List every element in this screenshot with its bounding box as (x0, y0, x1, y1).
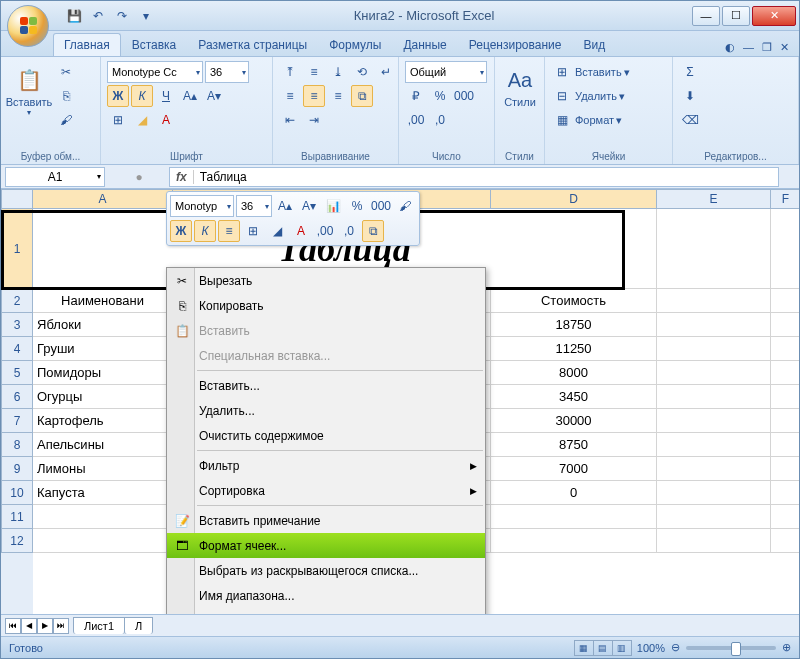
col-header-F[interactable]: F (771, 189, 799, 209)
copy-icon[interactable]: ⎘ (55, 85, 77, 107)
maximize-button[interactable]: ☐ (722, 6, 750, 26)
sheet-tab[interactable]: Лист1 (73, 617, 125, 634)
formula-input[interactable]: fx Таблица (169, 167, 779, 187)
data-cell[interactable] (657, 361, 771, 385)
col-header-E[interactable]: E (657, 189, 771, 209)
close-button[interactable]: ✕ (752, 6, 796, 26)
align-middle-icon[interactable]: ≡ (303, 61, 325, 83)
data-cell[interactable] (771, 481, 799, 505)
mini-font-name[interactable]: Monotyp (170, 195, 234, 217)
ctx-фильтр[interactable]: Фильтр▶ (167, 453, 485, 478)
format-painter-icon[interactable]: 🖌 (55, 109, 77, 131)
data-cell[interactable] (657, 313, 771, 337)
cut-icon[interactable]: ✂ (55, 61, 77, 83)
undo-icon[interactable]: ↶ (87, 5, 109, 27)
mdi-close-icon[interactable]: ✕ (778, 39, 791, 56)
clear-icon[interactable]: ⌫ (679, 109, 701, 131)
tab-данные[interactable]: Данные (392, 33, 457, 56)
align-center-icon[interactable]: ≡ (303, 85, 325, 107)
worksheet-grid[interactable]: ACDEF 123456789101112 ТаблицаНаименовани… (1, 189, 799, 614)
header-cell[interactable]: Стоимость (491, 289, 657, 313)
zoom-out-icon[interactable]: ⊖ (671, 641, 680, 654)
data-cell[interactable] (657, 385, 771, 409)
delete-cells-icon[interactable]: ⊟ (551, 85, 573, 107)
mini-comma-icon[interactable]: 000 (370, 195, 392, 217)
qat-dropdown-icon[interactable]: ▾ (135, 5, 157, 27)
data-cell[interactable] (771, 385, 799, 409)
data-cell[interactable]: Груши (33, 337, 173, 361)
fill-icon[interactable]: ⬇ (679, 85, 701, 107)
cell[interactable] (657, 529, 771, 553)
align-right-icon[interactable]: ≡ (327, 85, 349, 107)
zoom-level[interactable]: 100% (637, 642, 665, 654)
sheet-nav-next-icon[interactable]: ▶ (37, 618, 53, 634)
data-cell[interactable]: 8750 (491, 433, 657, 457)
data-cell[interactable]: Яблоки (33, 313, 173, 337)
ctx-вставитьпримечание[interactable]: 📝Вставить примечание (167, 508, 485, 533)
font-color-icon[interactable]: A (155, 109, 177, 131)
decrease-decimal-icon[interactable]: ,0 (429, 109, 451, 131)
data-cell[interactable]: Огурцы (33, 385, 173, 409)
insert-cells-icon[interactable]: ⊞ (551, 61, 573, 83)
format-cells-icon[interactable]: ▦ (551, 109, 573, 131)
mdi-restore-icon[interactable]: ❐ (760, 39, 774, 56)
align-bottom-icon[interactable]: ⤓ (327, 61, 349, 83)
zoom-in-icon[interactable]: ⊕ (782, 641, 791, 654)
mini-font-size[interactable]: 36 (236, 195, 272, 217)
data-cell[interactable]: Помидоры (33, 361, 173, 385)
tab-вид[interactable]: Вид (572, 33, 616, 56)
name-box[interactable]: A1 (5, 167, 105, 187)
row-header-4[interactable]: 4 (1, 337, 33, 361)
sheet-nav-last-icon[interactable]: ⏭ (53, 618, 69, 634)
mini-italic[interactable]: К (194, 220, 216, 242)
font-name-dropdown[interactable]: Monotype Cc (107, 61, 203, 83)
header-cell[interactable]: Наименовани (33, 289, 173, 313)
data-cell[interactable]: Лимоны (33, 457, 173, 481)
data-cell[interactable]: Капуста (33, 481, 173, 505)
help-icon[interactable]: ◐ (723, 39, 737, 56)
col-header-A[interactable]: A (33, 189, 173, 209)
mini-fontcolor-icon[interactable]: A (290, 220, 312, 242)
select-all-corner[interactable] (1, 189, 33, 209)
data-cell[interactable] (657, 409, 771, 433)
mini-dec-dec-icon[interactable]: ,0 (338, 220, 360, 242)
zoom-slider[interactable] (686, 646, 776, 650)
ctx-сортировка[interactable]: Сортировка▶ (167, 478, 485, 503)
align-left-icon[interactable]: ≡ (279, 85, 301, 107)
autosum-icon[interactable]: Σ (679, 61, 701, 83)
increase-decimal-icon[interactable]: ,00 (405, 109, 427, 131)
row-header-9[interactable]: 9 (1, 457, 33, 481)
data-cell[interactable]: 11250 (491, 337, 657, 361)
fill-color-icon[interactable]: ◢ (131, 109, 153, 131)
data-cell[interactable] (657, 457, 771, 481)
data-cell[interactable] (657, 433, 771, 457)
data-cell[interactable]: 30000 (491, 409, 657, 433)
currency-icon[interactable]: ₽ (405, 85, 427, 107)
save-icon[interactable]: 💾 (63, 5, 85, 27)
row-header-2[interactable]: 2 (1, 289, 33, 313)
data-cell[interactable] (657, 481, 771, 505)
cell[interactable] (771, 505, 799, 529)
header-cell[interactable] (657, 289, 771, 313)
borders-icon[interactable]: ⊞ (107, 109, 129, 131)
office-button[interactable] (7, 5, 49, 47)
ctx-очиститьсодержимое[interactable]: Очистить содержимое (167, 423, 485, 448)
italic-button[interactable]: К (131, 85, 153, 107)
ctx-вырезать[interactable]: ✂Вырезать (167, 268, 485, 293)
data-cell[interactable] (771, 361, 799, 385)
normal-view-icon[interactable]: ▦ (574, 640, 594, 656)
data-cell[interactable] (771, 409, 799, 433)
cell[interactable] (771, 209, 799, 289)
header-cell[interactable] (771, 289, 799, 313)
font-size-dropdown[interactable]: 36 (205, 61, 249, 83)
data-cell[interactable]: 18750 (491, 313, 657, 337)
data-cell[interactable] (657, 337, 771, 361)
row-header-12[interactable]: 12 (1, 529, 33, 553)
tab-формулы[interactable]: Формулы (318, 33, 392, 56)
cell[interactable] (33, 529, 173, 553)
pagebreak-view-icon[interactable]: ▥ (612, 640, 632, 656)
tab-разметка страницы[interactable]: Разметка страницы (187, 33, 318, 56)
sheet-tab[interactable]: Л (124, 617, 153, 634)
shrink-font-icon[interactable]: A▾ (203, 85, 225, 107)
mini-styles-icon[interactable]: 📊 (322, 195, 344, 217)
